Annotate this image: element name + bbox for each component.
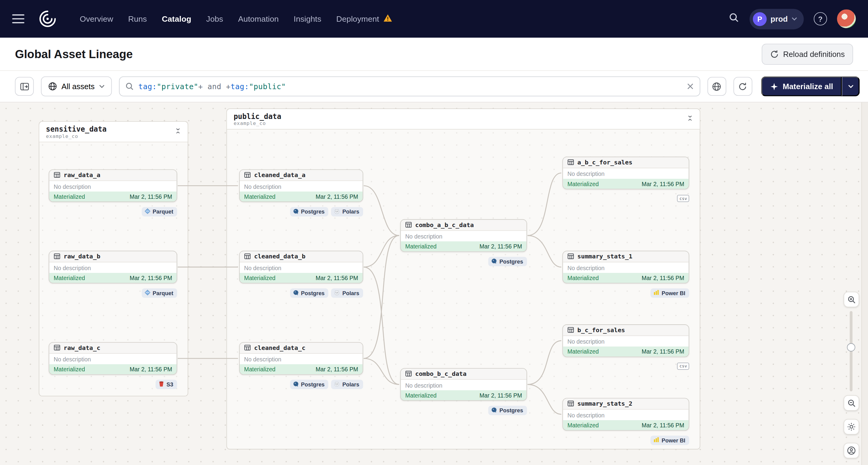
search-icon[interactable]	[728, 12, 740, 25]
asset-node-summary-stats-1[interactable]: summary_stats_1 No description Materiali…	[562, 251, 689, 283]
sidebar-toggle-icon	[20, 82, 29, 91]
refresh-button[interactable]	[733, 77, 752, 95]
help-icon[interactable]: ?	[814, 12, 827, 25]
asset-description: No description	[401, 380, 526, 390]
asset-node-raw-data-c[interactable]: raw_data_c No description Materialized M…	[49, 342, 177, 375]
status-label: Materialized	[244, 193, 276, 200]
top-navbar: Overview Runs Catalog Jobs Automation In…	[0, 0, 868, 38]
asset-node-a-b-c-for-sales[interactable]: a_b_c_for_sales No description Materiali…	[562, 157, 689, 189]
csv-icon[interactable]: csv	[677, 195, 689, 202]
nav-item-jobs[interactable]: Jobs	[206, 14, 223, 23]
menu-icon[interactable]	[12, 14, 24, 23]
nav-item-runs[interactable]: Runs	[128, 14, 147, 23]
tag-polars[interactable]: Polars	[331, 288, 363, 298]
s3-icon	[158, 381, 164, 388]
asset-node-raw-data-b[interactable]: raw_data_b No description Materialized M…	[49, 251, 177, 283]
collapse-group-icon[interactable]	[686, 112, 694, 124]
csv-icon[interactable]: csv	[677, 363, 689, 370]
nav-item-automation[interactable]: Automation	[238, 14, 279, 23]
table-icon	[567, 157, 574, 167]
collapse-group-icon[interactable]	[174, 125, 182, 137]
environment-switcher[interactable]: P prod	[749, 8, 804, 29]
asset-node-combo-b-c-data[interactable]: combo_b_c_data No description Materializ…	[400, 368, 527, 401]
graph-view-button[interactable]	[708, 77, 726, 95]
table-icon	[54, 170, 60, 180]
powerbi-icon	[653, 437, 659, 444]
asset-name: raw_data_b	[64, 253, 100, 260]
avatar[interactable]	[837, 9, 856, 28]
status-label: Materialized	[54, 275, 85, 281]
gear-icon	[847, 422, 856, 431]
asset-status-row: Materialized Mar 2, 11:56 PM	[50, 191, 177, 202]
tag-postgres[interactable]: Postgres	[488, 406, 527, 415]
asset-node-cleaned-data-c[interactable]: cleaned_data_c No description Materializ…	[239, 342, 363, 375]
status-label: Materialized	[567, 422, 599, 429]
postgres-icon	[293, 208, 299, 215]
tag-postgres[interactable]: Postgres	[488, 257, 527, 266]
asset-selection-input[interactable]: tag:"private"+ and +tag:"public"	[119, 76, 700, 96]
zoom-in-button[interactable]	[844, 292, 859, 307]
navbar-right: P prod ?	[728, 8, 856, 29]
nav-item-insights[interactable]: Insights	[293, 14, 321, 23]
tag-parquet[interactable]: Parquet	[142, 288, 177, 298]
nav-item-deployment[interactable]: Deployment	[336, 14, 392, 24]
table-icon	[405, 369, 412, 379]
sparkle-icon	[770, 82, 779, 91]
group-subtitle: example_co	[234, 121, 281, 126]
table-icon	[244, 343, 251, 353]
canvas-scrollbar[interactable]	[861, 102, 868, 465]
tag-polars[interactable]: Polars	[331, 380, 363, 389]
asset-scope-selector[interactable]: All assets	[41, 76, 112, 96]
clear-search-icon[interactable]	[686, 83, 694, 90]
status-label: Materialized	[567, 348, 599, 355]
tag-polars[interactable]: Polars	[331, 207, 363, 216]
tag-power-bi[interactable]: Power BI	[651, 436, 689, 445]
dagster-logo[interactable]	[38, 9, 58, 29]
panel-toggle-button[interactable]	[15, 77, 34, 95]
asset-node-summary-stats-2[interactable]: summary_stats_2 No description Materiali…	[562, 398, 689, 431]
asset-name: cleaned_data_a	[254, 172, 305, 179]
materialize-all-button[interactable]: Materialize all	[761, 76, 842, 96]
group-header: public_data example_co	[227, 109, 700, 129]
asset-node-combo-a-b-c-data[interactable]: combo_a_b_c_data No description Material…	[400, 219, 527, 252]
asset-description: No description	[563, 262, 688, 273]
page-header: Global Asset Lineage Reload definitions	[0, 38, 868, 71]
asset-status-row: Materialized Mar 2, 11:56 PM	[563, 179, 688, 189]
nav-item-catalog[interactable]: Catalog	[162, 14, 191, 23]
table-icon	[54, 343, 60, 353]
nav-item-overview[interactable]: Overview	[80, 14, 113, 23]
polars-icon	[334, 208, 340, 215]
asset-node-b-c-for-sales[interactable]: b_c_for_sales No description Materialize…	[562, 324, 689, 357]
asset-node-cleaned-data-a[interactable]: cleaned_data_a No description Materializ…	[239, 169, 363, 202]
tag-s3[interactable]: S3	[155, 380, 177, 389]
zoom-slider-handle[interactable]	[847, 343, 855, 352]
tag-postgres[interactable]: Postgres	[290, 380, 328, 389]
contact-support-button[interactable]	[844, 443, 859, 458]
asset-status-row: Materialized Mar 2, 11:56 PM	[563, 273, 688, 283]
warning-icon	[383, 14, 393, 24]
asset-node-raw-data-a[interactable]: raw_data_a No description Materialized M…	[49, 169, 177, 202]
asset-description: No description	[563, 410, 688, 420]
powerbi-icon	[653, 289, 659, 297]
status-label: Materialized	[567, 275, 599, 281]
asset-description: No description	[401, 231, 526, 241]
status-timestamp: Mar 2, 11:56 PM	[642, 348, 684, 355]
group-title: sensitive_data	[46, 125, 106, 133]
reload-definitions-button[interactable]: Reload definitions	[762, 43, 853, 64]
table-icon	[244, 251, 251, 261]
materialize-options-caret[interactable]	[842, 76, 860, 96]
tag-postgres[interactable]: Postgres	[290, 207, 328, 216]
postgres-icon	[491, 407, 497, 414]
asset-name: raw_data_c	[64, 344, 100, 351]
asset-name: summary_stats_2	[577, 400, 632, 407]
tag-postgres[interactable]: Postgres	[290, 288, 328, 298]
status-timestamp: Mar 2, 11:56 PM	[479, 392, 522, 398]
asset-node-cleaned-data-b[interactable]: cleaned_data_b No description Materializ…	[239, 251, 363, 283]
tag-power-bi[interactable]: Power BI	[651, 288, 689, 298]
zoom-out-button[interactable]	[844, 395, 859, 410]
graph-settings-button[interactable]	[844, 419, 859, 434]
tag-parquet[interactable]: Parquet	[142, 207, 177, 216]
table-icon	[567, 399, 574, 409]
asset-status-row: Materialized Mar 2, 11:56 PM	[240, 364, 363, 374]
zoom-out-icon	[847, 399, 856, 407]
